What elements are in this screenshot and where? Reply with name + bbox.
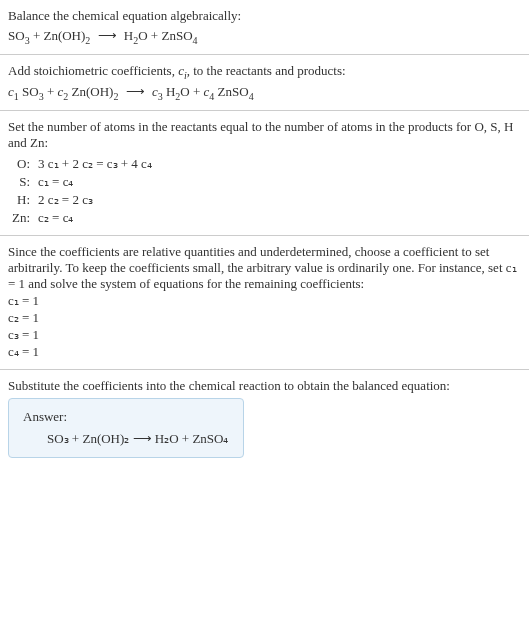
balanced-equation: SO₃ + Zn(OH)₂ ⟶ H₂O + ZnSO₄: [23, 431, 229, 447]
element-label: Zn:: [8, 209, 34, 227]
equation-with-coefficients: c1 SO3 + c2 Zn(OH)2 ⟶ c3 H2O + c4 ZnSO4: [8, 84, 521, 102]
section-add-coefficients: Add stoichiometric coefficients, ci, to …: [0, 55, 529, 110]
intro-text: Since the coefficients are relative quan…: [8, 244, 521, 292]
coefficient-value: c₁ = 1: [8, 293, 521, 309]
section-solve: Since the coefficients are relative quan…: [0, 236, 529, 369]
element-equation: 2 c₂ = 2 c₃: [34, 191, 156, 209]
intro-text: Balance the chemical equation algebraica…: [8, 8, 521, 24]
atom-equations-table: O:3 c₁ + 2 c₂ = c₃ + 4 c₄ S:c₁ = c₄ H:2 …: [8, 155, 156, 227]
element-label: H:: [8, 191, 34, 209]
unbalanced-equation: SO3 + Zn(OH)2 ⟶ H2O + ZnSO4: [8, 28, 521, 46]
intro-text: Add stoichiometric coefficients, ci, to …: [8, 63, 521, 81]
element-label: O:: [8, 155, 34, 173]
answer-label: Answer:: [23, 409, 229, 425]
section-balance-intro: Balance the chemical equation algebraica…: [0, 0, 529, 54]
coefficient-value: c₂ = 1: [8, 310, 521, 326]
section-atom-equations: Set the number of atoms in the reactants…: [0, 111, 529, 235]
answer-box: Answer: SO₃ + Zn(OH)₂ ⟶ H₂O + ZnSO₄: [8, 398, 244, 458]
table-row: Zn:c₂ = c₄: [8, 209, 156, 227]
section-answer: Substitute the coefficients into the che…: [0, 370, 529, 466]
element-label: S:: [8, 173, 34, 191]
coefficient-list: c₁ = 1 c₂ = 1 c₃ = 1 c₄ = 1: [8, 293, 521, 360]
element-equation: c₂ = c₄: [34, 209, 156, 227]
table-row: O:3 c₁ + 2 c₂ = c₃ + 4 c₄: [8, 155, 156, 173]
coefficient-value: c₄ = 1: [8, 344, 521, 360]
table-row: S:c₁ = c₄: [8, 173, 156, 191]
intro-text: Set the number of atoms in the reactants…: [8, 119, 521, 151]
table-row: H:2 c₂ = 2 c₃: [8, 191, 156, 209]
element-equation: 3 c₁ + 2 c₂ = c₃ + 4 c₄: [34, 155, 156, 173]
element-equation: c₁ = c₄: [34, 173, 156, 191]
coefficient-value: c₃ = 1: [8, 327, 521, 343]
intro-text: Substitute the coefficients into the che…: [8, 378, 521, 394]
